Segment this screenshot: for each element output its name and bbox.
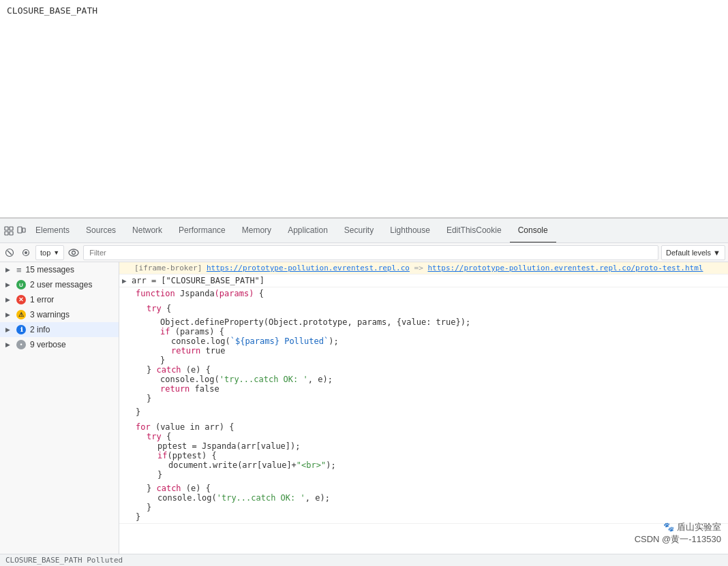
code-close-for: } <box>136 512 723 522</box>
expand-arrow-all: ▶ <box>5 266 12 273</box>
device-icon[interactable] <box>15 225 27 237</box>
inspect-icon[interactable] <box>3 225 15 237</box>
tab-lighthouse[interactable]: Lighthouse <box>382 219 438 243</box>
expand-arrow-verbose: ▶ <box>5 341 12 348</box>
code-close-func: } <box>136 407 723 417</box>
tab-application[interactable]: Application <box>279 219 336 243</box>
sidebar-info[interactable]: ▶ ℹ 2 info <box>0 322 119 337</box>
code-doc-write: document.write(arr[value]+"<br>"); <box>136 460 723 470</box>
watermark-username: CSDN @黄一-113530 <box>635 534 721 544</box>
sidebar-errors[interactable]: ▶ ✕ 1 error <box>0 292 119 307</box>
watermark-logo: 🐾 盾山实验室 <box>663 521 721 533</box>
code-console-log-3: console.log('try...catch OK: ', e); <box>136 493 723 503</box>
tab-security[interactable]: Security <box>336 219 382 243</box>
console-settings-icon[interactable] <box>19 246 33 260</box>
devtools-tab-bar: Elements Sources Network Performance Mem… <box>0 219 728 243</box>
arr-value: arr = ["CLOSURE_BASE_PATH"] <box>132 276 725 285</box>
tab-elements[interactable]: Elements <box>27 219 78 243</box>
console-iframe-line: [iframe-broker] https://prototype-pollut… <box>119 262 728 274</box>
code-catch: } catch (e) { <box>136 365 723 375</box>
svg-line-7 <box>7 251 12 255</box>
expand-arrow-arr[interactable]: ▶ <box>122 276 132 285</box>
svg-point-10 <box>69 249 78 256</box>
code-line-1: function Jspanda(params) { <box>136 289 723 298</box>
sidebar-all-messages[interactable]: ▶ ≡ 15 messages <box>0 262 119 277</box>
svg-rect-1 <box>10 227 13 230</box>
url2-link[interactable]: https://prototype-pollution.evrentest.re… <box>427 264 703 272</box>
console-code-block: function Jspanda(params) { try { Object.… <box>119 287 728 524</box>
code-try-2: try { <box>136 432 723 441</box>
code-close-catch: } <box>136 394 723 403</box>
eye-button[interactable] <box>67 246 80 260</box>
tab-memory[interactable]: Memory <box>234 219 279 243</box>
code-return-true: return true <box>136 346 723 356</box>
expand-arrow-errors: ▶ <box>5 296 12 303</box>
console-footer: CLOSURE_BASE_PATH Polluted <box>0 554 728 566</box>
tab-performance[interactable]: Performance <box>170 219 234 243</box>
svg-rect-0 <box>5 227 8 230</box>
page-title: CLOSURE_BASE_PATH <box>0 0 728 21</box>
code-console-log-2: console.log('try...catch OK: ', e); <box>136 375 723 384</box>
iframe-broker-label: [iframe-broker] <box>134 264 202 272</box>
url1-link[interactable]: https://prototype-pollution.evrentest.re… <box>207 264 410 272</box>
verbose-icon: • <box>16 340 26 349</box>
code-console-log-1: console.log(`${params} Polluted`); <box>136 336 723 346</box>
svg-rect-5 <box>22 228 25 232</box>
info-icon: ℹ <box>16 325 26 334</box>
console-filter-input[interactable] <box>83 245 658 260</box>
context-selector[interactable]: top ▼ <box>35 245 64 260</box>
devtools-panel: Elements Sources Network Performance Mem… <box>0 218 728 566</box>
console-sidebar: ▶ ≡ 15 messages ▶ U 2 user messages ▶ ✕ … <box>0 262 119 566</box>
sidebar-verbose[interactable]: ▶ • 9 verbose <box>0 337 119 352</box>
log-levels-selector[interactable]: Default levels ▼ <box>661 245 725 260</box>
console-toolbar: top ▼ Default levels ▼ <box>0 243 728 262</box>
code-catch-2: } catch (e) { <box>136 484 723 493</box>
svg-point-11 <box>72 251 76 254</box>
watermark: 🐾 盾山实验室 CSDN @黄一-113530 <box>635 521 721 546</box>
code-close-catch-2: } <box>136 503 723 512</box>
tab-console[interactable]: Console <box>510 219 556 243</box>
code-if-pptest: if(pptest) { <box>136 451 723 460</box>
code-return-false: return false <box>136 384 723 394</box>
svg-point-8 <box>25 251 27 254</box>
warning-icon: ⚠ <box>16 310 26 319</box>
clear-console-button[interactable] <box>3 246 16 260</box>
code-close-if-pptest: } <box>136 470 723 479</box>
tab-network[interactable]: Network <box>124 219 170 243</box>
code-if-params: if (params) { <box>136 327 723 336</box>
code-pptest: pptest = Jspanda(arr[value]); <box>136 441 723 451</box>
svg-rect-2 <box>5 232 8 235</box>
code-close-if: } <box>136 356 723 365</box>
error-icon: ✕ <box>16 295 26 304</box>
expand-arrow-info: ▶ <box>5 326 12 333</box>
tab-editthiscookie[interactable]: EditThisCookie <box>438 219 510 243</box>
sidebar-warnings[interactable]: ▶ ⚠ 3 warnings <box>0 307 119 322</box>
sidebar-user-messages[interactable]: ▶ U 2 user messages <box>0 277 119 292</box>
code-define-property: Object.defineProperty(Object.prototype, … <box>136 317 723 327</box>
code-for-loop: for (value in arr) { <box>136 422 723 432</box>
expand-arrow-warnings: ▶ <box>5 311 12 318</box>
code-try: try { <box>136 304 723 313</box>
svg-rect-3 <box>10 232 13 235</box>
list-icon: ≡ <box>16 265 22 275</box>
console-arr-line: ▶ arr = ["CLOSURE_BASE_PATH"] <box>119 274 728 287</box>
tab-sources[interactable]: Sources <box>78 219 124 243</box>
svg-rect-4 <box>18 227 22 233</box>
footer-text: CLOSURE_BASE_PATH Polluted <box>5 556 123 565</box>
expand-arrow-user: ▶ <box>5 281 12 288</box>
console-main-area: ▶ ≡ 15 messages ▶ U 2 user messages ▶ ✕ … <box>0 262 728 566</box>
user-icon: U <box>16 280 26 289</box>
